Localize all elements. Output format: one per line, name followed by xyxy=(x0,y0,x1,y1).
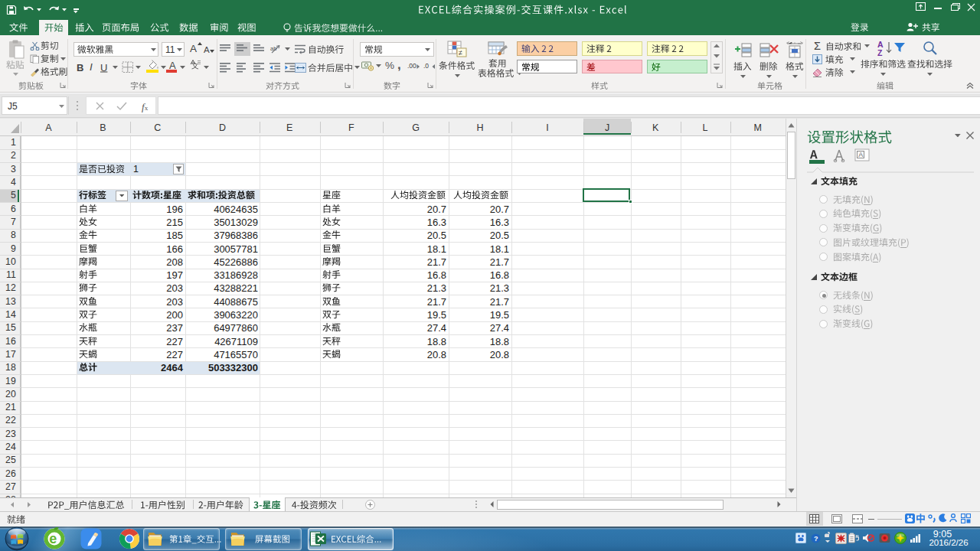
svg-text:?: ? xyxy=(814,535,818,543)
svg-text:.0: .0 xyxy=(423,62,429,70)
svg-text:A: A xyxy=(858,151,863,158)
svg-text:e: e xyxy=(49,531,57,546)
svg-text:.00: .00 xyxy=(407,62,416,70)
svg-text:ab: ab xyxy=(270,45,276,52)
svg-text:≠: ≠ xyxy=(459,49,462,57)
